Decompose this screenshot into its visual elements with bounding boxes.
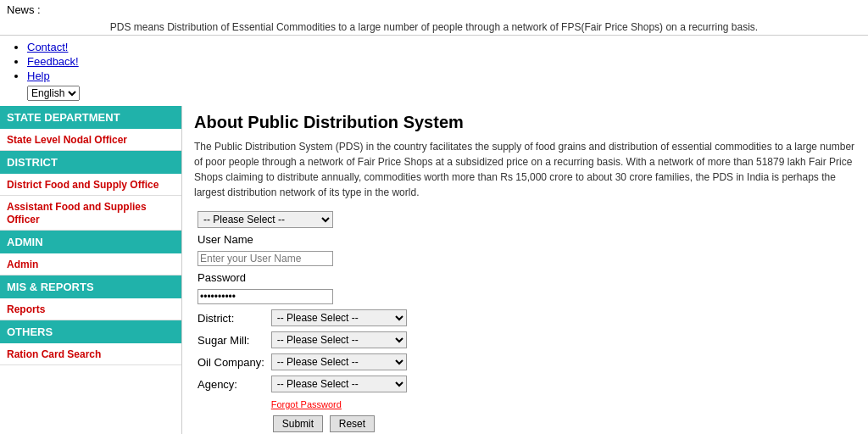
nav-links: Contact! Feedback! Help English Hindi: [0, 36, 868, 106]
sidebar-item-assistant-food[interactable]: Assistant Food and Supplies Officer: [0, 196, 181, 231]
ration-card-search-link[interactable]: Ration Card Search: [7, 348, 101, 360]
password-input[interactable]: [198, 289, 333, 304]
forgot-password-link[interactable]: Forgot Password: [271, 399, 342, 409]
sidebar-section-district: DISTRICT: [0, 151, 181, 174]
state-nodal-officer-link[interactable]: State Level Nodal Officer: [7, 134, 127, 146]
sidebar-item-district-food[interactable]: District Food and Supply Office: [0, 174, 181, 196]
sidebar-section-admin: ADMIN: [0, 231, 181, 253]
role-select[interactable]: -- Please Select -- District Sugar Mill …: [198, 211, 333, 228]
feedback-link[interactable]: Feedback!: [27, 55, 79, 68]
reset-button[interactable]: Reset: [330, 415, 375, 432]
username-label: User Name: [194, 231, 268, 248]
help-link[interactable]: Help: [27, 70, 50, 82]
oilcompany-label: Oil Company:: [194, 351, 268, 373]
sidebar-section-state-department: STATE DEPARTMENT: [0, 106, 181, 129]
agency-label: Agency:: [194, 373, 268, 395]
login-section: -- Please Select -- District Sugar Mill …: [194, 209, 856, 434]
sidebar-item-reports[interactable]: Reports: [0, 298, 181, 320]
sidebar-item-ration-card[interactable]: Ration Card Search: [0, 343, 181, 365]
contact-link[interactable]: Contact!: [27, 41, 68, 53]
page-title: About Public Distribution System: [194, 113, 856, 132]
sidebar-section-others: OTHERS: [0, 320, 181, 343]
sugarmill-select[interactable]: -- Please Select --: [271, 331, 407, 348]
oilcompany-select[interactable]: -- Please Select --: [271, 353, 407, 370]
main-content: About Public Distribution System The Pub…: [182, 106, 868, 434]
district-select[interactable]: -- Please Select --: [271, 309, 407, 326]
submit-button[interactable]: Submit: [273, 415, 323, 432]
agency-select[interactable]: -- Please Select --: [271, 376, 407, 392]
sugarmill-label: Sugar Mill:: [194, 329, 268, 351]
sidebar-section-mis-reports: MIS & REPORTS: [0, 275, 181, 298]
marquee-text: PDS means Distribution of Essential Comm…: [0, 19, 868, 36]
sidebar: STATE DEPARTMENT State Level Nodal Offic…: [0, 106, 182, 434]
district-label: District:: [194, 307, 268, 329]
sidebar-item-admin[interactable]: Admin: [0, 253, 181, 275]
language-select[interactable]: English Hindi: [27, 86, 80, 101]
news-label: News :: [0, 0, 868, 19]
about-text: The Public Distribution System (PDS) in …: [194, 139, 856, 200]
sidebar-item-state-nodal[interactable]: State Level Nodal Officer: [0, 129, 181, 151]
reports-link[interactable]: Reports: [7, 303, 45, 315]
admin-link[interactable]: Admin: [7, 259, 38, 270]
password-label: Password: [194, 269, 268, 287]
assistant-food-supplies-link[interactable]: Assistant Food and Supplies Officer: [7, 201, 147, 225]
username-input[interactable]: [198, 251, 333, 266]
district-food-supply-link[interactable]: District Food and Supply Office: [7, 179, 159, 191]
